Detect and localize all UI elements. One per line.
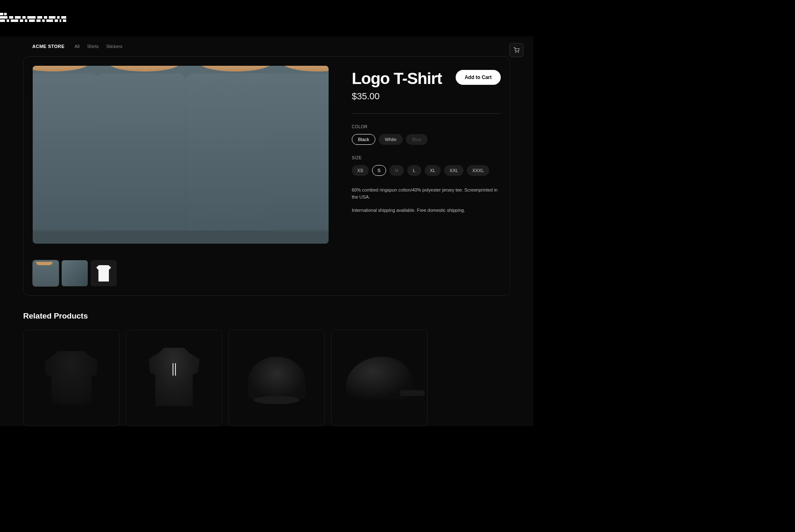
thumbnail-list bbox=[33, 260, 329, 286]
nav-link-shirts[interactable]: Shirts bbox=[87, 44, 98, 49]
svg-rect-8 bbox=[44, 16, 47, 19]
svg-rect-1 bbox=[4, 13, 7, 15]
top-logo-bar bbox=[0, 0, 795, 36]
divider bbox=[352, 113, 501, 114]
product-price: $35.00 bbox=[352, 91, 501, 102]
product-details: Logo T-Shirt Add to Cart $35.00 COLOR Bl… bbox=[352, 66, 501, 286]
svg-rect-7 bbox=[37, 16, 42, 19]
cart-button[interactable] bbox=[509, 43, 524, 57]
color-pills: BlackWhiteBlue bbox=[352, 134, 501, 145]
svg-rect-19 bbox=[42, 19, 45, 22]
vercel-logo bbox=[0, 11, 66, 25]
size-option-xl[interactable]: XL bbox=[425, 165, 441, 176]
add-to-cart-button[interactable]: Add to Cart bbox=[456, 70, 501, 85]
description-line-2: International shipping available. Free d… bbox=[352, 207, 501, 214]
nav-links: All Shirts Stickers bbox=[74, 44, 122, 49]
related-section: Related Products bbox=[23, 312, 510, 426]
size-option-xs[interactable]: XS bbox=[352, 165, 369, 176]
svg-rect-17 bbox=[29, 19, 35, 22]
related-title: Related Products bbox=[23, 312, 510, 321]
thumbnail-2[interactable] bbox=[62, 260, 88, 286]
related-product-2[interactable] bbox=[126, 330, 222, 426]
size-pills: XSSMLXLXXLXXXL bbox=[352, 165, 501, 176]
svg-rect-4 bbox=[15, 16, 21, 19]
svg-rect-5 bbox=[22, 16, 26, 19]
color-option-group: COLOR BlackWhiteBlue bbox=[352, 125, 501, 145]
cap-front-image bbox=[248, 357, 305, 400]
product-card: Logo T-Shirt Add to Cart $35.00 COLOR Bl… bbox=[23, 56, 510, 296]
size-option-s[interactable]: S bbox=[372, 165, 386, 176]
thumbnail-1[interactable] bbox=[33, 260, 59, 286]
product-gallery bbox=[33, 66, 329, 286]
svg-rect-6 bbox=[27, 16, 36, 19]
svg-rect-22 bbox=[60, 19, 61, 22]
svg-rect-15 bbox=[20, 19, 23, 22]
svg-rect-18 bbox=[36, 19, 41, 22]
description-line-1: 60% combed ringspun cotton/40% polyester… bbox=[352, 187, 501, 201]
product-description: 60% combed ringspun cotton/40% polyester… bbox=[352, 187, 501, 214]
svg-rect-9 bbox=[49, 16, 55, 19]
svg-point-24 bbox=[516, 52, 516, 53]
svg-rect-0 bbox=[0, 13, 3, 15]
color-option-blue: Blue bbox=[406, 134, 428, 145]
nav-link-stickers[interactable]: Stickers bbox=[106, 44, 122, 49]
related-product-3[interactable] bbox=[228, 330, 325, 426]
size-option-m: M bbox=[389, 165, 404, 176]
svg-rect-10 bbox=[57, 16, 60, 19]
svg-rect-20 bbox=[46, 19, 53, 22]
store-name[interactable]: ACME STORE bbox=[32, 44, 65, 49]
svg-rect-13 bbox=[7, 19, 9, 22]
svg-rect-2 bbox=[0, 16, 7, 19]
hoodie-front-image bbox=[38, 345, 105, 412]
product-title: Logo T-Shirt bbox=[352, 70, 442, 88]
svg-rect-14 bbox=[11, 19, 18, 22]
size-option-group: SIZE XSSMLXLXXLXXXL bbox=[352, 156, 501, 176]
app-container: ACME STORE All Shirts Stickers bbox=[0, 36, 533, 426]
size-option-l[interactable]: L bbox=[407, 165, 421, 176]
svg-rect-11 bbox=[61, 16, 66, 19]
product-main-image bbox=[33, 66, 329, 244]
cap-side-image bbox=[346, 357, 413, 400]
color-label: COLOR bbox=[352, 125, 501, 129]
nav-link-all[interactable]: All bbox=[74, 44, 79, 49]
size-option-xxxl[interactable]: XXXL bbox=[467, 165, 489, 176]
svg-rect-21 bbox=[55, 19, 58, 22]
related-product-1[interactable] bbox=[23, 330, 120, 426]
nav-bar: ACME STORE All Shirts Stickers bbox=[0, 36, 533, 56]
hoodie-back-image bbox=[141, 345, 208, 412]
thumbnail-3[interactable] bbox=[91, 260, 117, 286]
color-option-white[interactable]: White bbox=[379, 134, 403, 145]
svg-rect-23 bbox=[63, 19, 66, 22]
color-option-black[interactable]: Black bbox=[352, 134, 375, 145]
svg-point-25 bbox=[518, 52, 519, 53]
svg-rect-16 bbox=[25, 19, 27, 22]
related-product-4[interactable] bbox=[331, 330, 428, 426]
svg-rect-3 bbox=[9, 16, 13, 19]
related-grid bbox=[23, 330, 510, 426]
cart-icon bbox=[514, 47, 519, 53]
size-option-xxl[interactable]: XXL bbox=[444, 165, 464, 176]
size-label: SIZE bbox=[352, 156, 501, 160]
product-header: Logo T-Shirt Add to Cart bbox=[352, 70, 501, 88]
svg-rect-12 bbox=[0, 19, 5, 22]
